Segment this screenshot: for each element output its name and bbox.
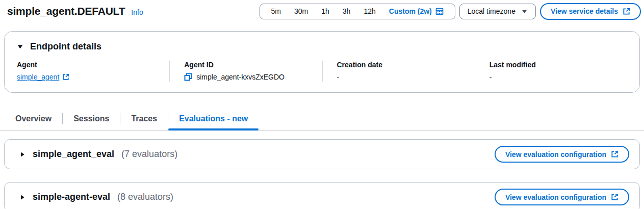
endpoint-details-card: Endpoint details Agent simple_agent Agen… (4, 31, 640, 93)
timezone-dropdown[interactable]: Local timezone (459, 4, 536, 19)
evaluator-count: (8 evaluators) (117, 192, 173, 202)
expand-expander-icon[interactable] (19, 194, 25, 200)
info-link[interactable]: Info (131, 8, 143, 16)
collapse-expander-icon[interactable] (17, 43, 23, 50)
field-last-modified-label: Last modified (490, 61, 619, 69)
endpoint-details-header: Endpoint details (17, 41, 627, 52)
time-range-option-1h[interactable]: 1h (315, 7, 336, 15)
expand-expander-icon[interactable] (19, 151, 25, 158)
title-group: simple_agent.DEFAULT Info (7, 5, 143, 17)
field-agent-label: Agent (17, 61, 161, 69)
evaluation-name: simple-agent-eval (33, 192, 110, 202)
view-service-details-button[interactable]: View service details (540, 3, 641, 20)
evaluation-name: simple_agent_eval (33, 149, 114, 160)
view-evaluation-configuration-button[interactable]: View evaluation configuration (495, 146, 629, 163)
external-link-icon (623, 8, 630, 15)
view-evaluation-configuration-button[interactable]: View evaluation configuration (495, 189, 629, 205)
timezone-label: Local timezone (468, 7, 516, 15)
tab-overview[interactable]: Overview (5, 110, 62, 130)
copy-icon[interactable] (184, 73, 192, 81)
custom-range-label: Custom (2w) (389, 7, 432, 15)
time-range-option-custom[interactable]: Custom (2w) (382, 7, 450, 15)
tab-sessions[interactable]: Sessions (63, 110, 120, 130)
time-range-option-12h[interactable]: 12h (357, 7, 382, 15)
field-creation-date-label: Creation date (337, 61, 467, 69)
field-creation-date: Creation date - (322, 61, 475, 82)
evaluation-card-1: simple_agent_eval (7 evaluators) View ev… (4, 139, 640, 169)
field-agent-id-label: Agent ID (184, 61, 314, 69)
external-link-icon (611, 193, 619, 201)
view-service-details-label: View service details (551, 7, 618, 15)
agent-id-value: simple_agent-kxvsZxEGDO (196, 73, 285, 81)
chevron-down-icon (521, 8, 528, 15)
evaluation-card-1-header: simple_agent_eval (7 evaluators) (19, 149, 177, 160)
endpoint-details-heading: Endpoint details (30, 41, 101, 52)
agent-link[interactable]: simple_agent (17, 73, 69, 81)
field-last-modified: Last modified - (475, 61, 627, 82)
toolbar-controls: 5m 30m 1h 3h 12h Custom (2w) (260, 3, 641, 20)
time-range-selector: 5m 30m 1h 3h 12h Custom (2w) (260, 4, 455, 19)
tab-evaluations[interactable]: Evaluations - new (168, 110, 259, 130)
field-agent-id: Agent ID simple_agent-kxvsZxEGDO (169, 61, 322, 82)
external-link-icon (62, 73, 69, 81)
time-range-option-5m[interactable]: 5m (265, 7, 288, 15)
last-modified-value: - (490, 72, 619, 82)
evaluation-card-2-header: simple-agent-eval (8 evaluators) (19, 192, 173, 202)
evaluator-count: (7 evaluators) (121, 149, 177, 160)
evaluation-card-2: simple-agent-eval (8 evaluators) View ev… (4, 182, 640, 209)
tab-traces[interactable]: Traces (120, 110, 168, 130)
creation-date-value: - (337, 72, 467, 82)
external-link-icon (611, 150, 619, 158)
time-range-option-30m[interactable]: 30m (288, 7, 315, 15)
top-bar: simple_agent.DEFAULT Info 5m 30m 1h 3h 1… (0, 0, 644, 20)
time-range-option-3h[interactable]: 3h (336, 7, 357, 15)
endpoint-details-fields: Agent simple_agent Agent ID (17, 61, 627, 82)
tabs-bar: Overview Sessions Traces Evaluations - n… (0, 110, 644, 130)
page-title: simple_agent.DEFAULT (7, 5, 125, 17)
field-agent: Agent simple_agent (17, 61, 169, 82)
calendar-icon[interactable] (435, 7, 444, 15)
